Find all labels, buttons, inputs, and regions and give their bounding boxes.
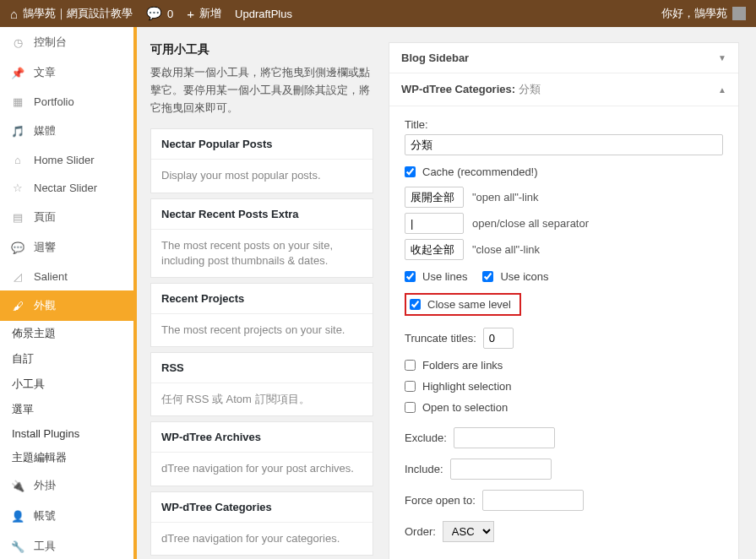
new-link[interactable]: +新增 — [187, 6, 221, 21]
widget-title: RSS — [151, 353, 373, 383]
menu-appearance[interactable]: 🖌外觀 — [0, 290, 135, 321]
submenu-editor[interactable]: 主題編輯器 — [0, 445, 135, 470]
salient-icon: ◿ — [10, 270, 25, 283]
widget-desc: The most recent projects on your site. — [151, 314, 373, 346]
widget-title: WP-dTree Categories — [151, 492, 373, 523]
folders-links-checkbox[interactable] — [405, 360, 416, 371]
pin-icon: 📌 — [10, 67, 25, 79]
title-label: Title: — [405, 118, 428, 131]
avatar — [732, 7, 746, 20]
widget-title: Recent Projects — [151, 284, 373, 314]
howdy-link[interactable]: 你好，鵠學苑 — [661, 6, 746, 21]
available-widget[interactable]: Nectar Recent Posts ExtraThe most recent… — [150, 198, 373, 278]
plugin-icon: 🔌 — [10, 480, 25, 492]
menu-dashboard[interactable]: ◷控制台 — [0, 27, 135, 57]
separator-label: open/close all separator — [472, 217, 589, 230]
cache-label: Cache (recommended!) — [422, 166, 538, 178]
blog-sidebar-toggle[interactable]: Blog Sidebar ▼ — [389, 43, 738, 73]
brush-icon: 🖌 — [10, 300, 25, 312]
menu-comments[interactable]: 💬迴響 — [0, 232, 135, 263]
page-icon: ▤ — [10, 211, 25, 224]
submenu-menus[interactable]: 選單 — [0, 397, 135, 422]
widget-desc: 任何 RSS 或 Atom 訂閱項目。 — [151, 383, 373, 415]
user-icon: 👤 — [10, 510, 25, 523]
submenu-install-plugins[interactable]: Install Plugins — [0, 422, 135, 445]
available-widget[interactable]: RSS任何 RSS 或 Atom 訂閱項目。 — [150, 352, 373, 416]
order-select[interactable]: ASC — [443, 521, 494, 542]
home-icon: ⌂ — [10, 154, 25, 166]
sidebar-area-column: Blog Sidebar ▼ WP-dTree Categories: 分類 ▲… — [389, 42, 739, 559]
force-open-input[interactable] — [482, 490, 584, 511]
submenu-appearance: 佈景主題 自訂 小工具 選單 Install Plugins 主題編輯器 — [0, 321, 135, 470]
close-same-level-highlight: Close same level — [405, 293, 521, 316]
site-link[interactable]: ⌂鵠學苑｜網頁設計教學 — [10, 6, 133, 21]
available-widgets-desc: 要啟用某一個小工具，將它拖曳到側邊欄或點擊它。要停用某一個小工具及刪除其設定，將… — [150, 64, 373, 117]
plus-icon: + — [187, 7, 194, 21]
chevron-down-icon: ▼ — [718, 53, 726, 62]
admin-sidebar: ◷控制台 📌文章 ▦Portfolio 🎵媒體 ⌂Home Slider ☆Ne… — [0, 27, 135, 559]
menu-portfolio[interactable]: ▦Portfolio — [0, 88, 135, 116]
menu-users[interactable]: 👤帳號 — [0, 501, 135, 531]
open-to-selection-checkbox[interactable] — [405, 402, 416, 413]
widget-form: Title: Cache (recommended!) "open all"-l… — [389, 106, 738, 559]
widget-desc: dTree navigation for your post archives. — [151, 453, 373, 485]
widget-desc: Display your most popular posts. — [151, 160, 373, 192]
close-same-level-checkbox[interactable] — [410, 299, 421, 310]
widget-title: Nectar Popular Posts — [151, 129, 373, 160]
widget-instance-toggle[interactable]: WP-dTree Categories: 分類 ▲ — [389, 73, 738, 106]
comment-icon: 💬 — [10, 242, 25, 254]
dashboard-icon: ◷ — [10, 36, 25, 49]
blog-sidebar-panel: Blog Sidebar ▼ WP-dTree Categories: 分類 ▲… — [389, 42, 739, 559]
admin-bar: ⌂鵠學苑｜網頁設計教學 💬0 +新增 UpdraftPlus 你好，鵠學苑 — [0, 0, 756, 27]
available-widget[interactable]: Recent ProjectsThe most recent projects … — [150, 283, 373, 347]
star-icon: ☆ — [10, 182, 25, 194]
menu-salient[interactable]: ◿Salient — [0, 263, 135, 290]
open-all-input[interactable] — [405, 187, 464, 208]
separator-input[interactable] — [405, 213, 464, 234]
comment-icon: 💬 — [146, 6, 162, 21]
portfolio-icon: ▦ — [10, 95, 25, 108]
exclude-input[interactable] — [454, 427, 555, 448]
widget-desc: dTree navigation for your categories. — [151, 523, 373, 555]
menu-posts[interactable]: 📌文章 — [0, 57, 135, 88]
close-all-input[interactable] — [405, 239, 464, 260]
submenu-themes[interactable]: 佈景主題 — [0, 321, 135, 346]
include-input[interactable] — [450, 459, 552, 480]
available-widgets-column: 可用小工具 要啟用某一個小工具，將它拖曳到側邊欄或點擊它。要停用某一個小工具及刪… — [137, 42, 373, 559]
menu-media[interactable]: 🎵媒體 — [0, 116, 135, 146]
menu-tools[interactable]: 🔧工具 — [0, 531, 135, 559]
cache-checkbox[interactable] — [405, 166, 416, 177]
available-widget[interactable]: WP-dTree CategoriesdTree navigation for … — [150, 491, 373, 556]
menu-plugins[interactable]: 🔌外掛 — [0, 470, 135, 501]
menu-nectar-slider[interactable]: ☆Nectar Slider — [0, 174, 135, 202]
comments-link[interactable]: 💬0 — [146, 6, 173, 21]
use-icons-checkbox[interactable] — [482, 271, 493, 282]
use-lines-checkbox[interactable] — [405, 271, 416, 282]
updraft-link[interactable]: UpdraftPlus — [235, 8, 292, 20]
highlight-selection-checkbox[interactable] — [405, 381, 416, 392]
available-widget[interactable]: Nectar Popular PostsDisplay your most po… — [150, 128, 373, 193]
home-icon: ⌂ — [10, 7, 18, 21]
widget-title: Nectar Recent Posts Extra — [151, 199, 373, 230]
truncate-input[interactable] — [483, 328, 514, 349]
menu-pages[interactable]: ▤頁面 — [0, 202, 135, 232]
submenu-customize[interactable]: 自訂 — [0, 346, 135, 372]
widget-desc: The most recent posts on your site, incl… — [151, 230, 373, 277]
close-all-label: "close all"-link — [472, 243, 540, 256]
title-input[interactable] — [405, 134, 723, 155]
submenu-widgets[interactable]: 小工具 — [0, 372, 135, 397]
menu-home-slider[interactable]: ⌂Home Slider — [0, 146, 135, 174]
open-all-label: "open all"-link — [472, 191, 539, 204]
chevron-up-icon: ▲ — [718, 85, 726, 95]
media-icon: 🎵 — [10, 125, 25, 138]
available-widgets-heading: 可用小工具 — [150, 42, 373, 57]
widget-title: WP-dTree Archives — [151, 422, 373, 453]
available-widget[interactable]: WP-dTree ArchivesdTree navigation for yo… — [150, 421, 373, 486]
wrench-icon: 🔧 — [10, 540, 25, 553]
